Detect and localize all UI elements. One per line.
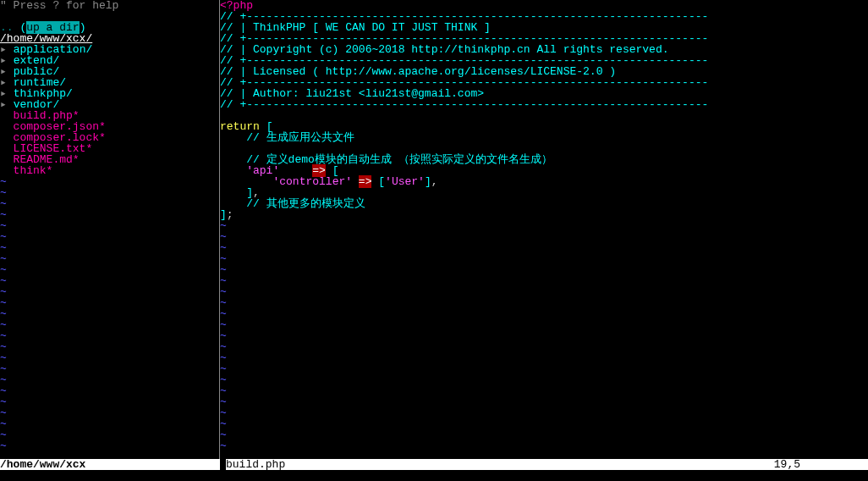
help-line: " Press ? for help [0,0,219,11]
tilde-line: ~ [0,341,219,352]
tilde-line: ~ [220,396,868,407]
tilde-line: ~ [220,297,868,308]
tilde-line: ~ [0,253,219,264]
tilde-line: ~ [0,407,219,418]
status-filename: build.php [226,459,285,470]
tilde-line: ~ [0,187,219,198]
tilde-line: ~ [0,440,219,451]
tilde-line: ~ [0,429,219,440]
tilde-line: ~ [0,209,219,220]
tilde-line: ~ [0,396,219,407]
tilde-line: ~ [0,176,219,187]
code-content: <?php// +-------------------------------… [220,0,868,220]
tilde-line: ~ [0,275,219,286]
tilde-line: ~ [220,440,868,451]
tilde-line: ~ [220,352,868,363]
tilde-line: ~ [220,429,868,440]
tilde-line: ~ [0,363,219,374]
tilde-line: ~ [220,231,868,242]
status-bar: /home/www/xcx build.php 19,5 [0,459,868,470]
tilde-line: ~ [220,220,868,231]
tilde-line: ~ [0,319,219,330]
tilde-line: ~ [0,374,219,385]
tree-entry[interactable]: think* [0,165,219,176]
nerdtree-pane[interactable]: " Press ? for help .. (up a dir) /home/w… [0,0,220,459]
code-line: // 生成应用公共文件 [220,132,868,143]
tilde-line: ~ [220,242,868,253]
status-left: /home/www/xcx [0,459,220,470]
tilde-line: ~ [220,374,868,385]
tilde-line: ~ [220,363,868,374]
tilde-line: ~ [0,385,219,396]
tilde-line: ~ [0,242,219,253]
code-line [220,110,868,121]
tilde-line: ~ [0,286,219,297]
editor-screen: " Press ? for help .. (up a dir) /home/w… [0,0,868,459]
tilde-line: ~ [220,264,868,275]
tilde-line: ~ [0,418,219,429]
code-pane[interactable]: <?php// +-------------------------------… [220,0,868,459]
tilde-line: ~ [0,198,219,209]
tilde-line: ~ [220,385,868,396]
status-right: build.php 19,5 [226,459,868,470]
tilde-line: ~ [220,319,868,330]
tilde-line: ~ [220,407,868,418]
tilde-line: ~ [0,330,219,341]
tilde-line: ~ [220,330,868,341]
tilde-line: ~ [0,297,219,308]
tilde-line: ~ [220,286,868,297]
tilde-line: ~ [220,308,868,319]
tilde-line: ~ [0,308,219,319]
status-position: 19,5 [774,459,800,470]
command-line[interactable] [0,470,868,481]
code-line: // 其他更多的模块定义 [220,198,868,209]
code-line: 'controller' => ['User'], [220,176,868,187]
tilde-line: ~ [0,352,219,363]
tilde-line: ~ [220,275,868,286]
tilde-line: ~ [0,231,219,242]
file-tree[interactable]: ▸ application/▸ extend/▸ public/▸ runtim… [0,44,219,176]
tilde-line: ~ [0,220,219,231]
tilde-line: ~ [220,341,868,352]
code-line: // +------------------------------------… [220,99,868,110]
tilde-line: ~ [220,253,868,264]
tilde-line: ~ [0,264,219,275]
code-line: ]; [220,209,868,220]
tilde-line: ~ [220,418,868,429]
